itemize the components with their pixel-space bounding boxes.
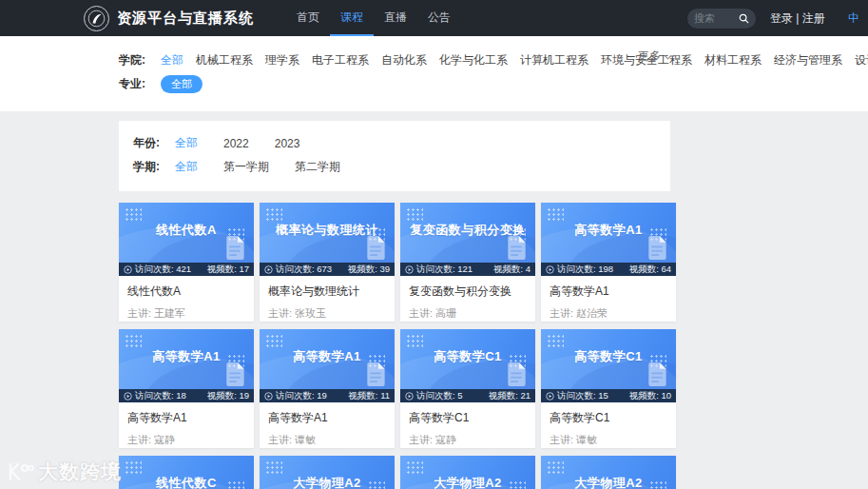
- course-info: 复变函数与积分变换 主讲: 高珊: [400, 276, 535, 321]
- course-statbar: 访问次数: 421 视频数: 17: [119, 263, 254, 276]
- topbar: 资源平台与直播系统 首页课程直播公告 登录 | 注册 中: [0, 0, 868, 36]
- visits-stat: 访问次数: 121: [416, 264, 473, 276]
- course-statbar: 访问次数: 121 视频数: 4: [400, 263, 535, 276]
- year-options: 全部20222023: [175, 135, 299, 151]
- filter-option[interactable]: 经济与管理系: [774, 52, 842, 68]
- course-name: 复变函数与积分变换: [409, 284, 527, 300]
- course-card[interactable]: 概率论与数理统计 访问次数: 673: [260, 203, 395, 322]
- filter-option[interactable]: 理学系: [265, 52, 299, 68]
- dots-decoration: [547, 334, 564, 347]
- course-teacher: 主讲: 张玫玉: [268, 306, 386, 321]
- filter-section: 学院: 全部机械工程系理学系电子工程系自动化系化学与化工系计算机工程系环境与安全…: [0, 36, 868, 111]
- nav-item[interactable]: 首页: [286, 0, 330, 36]
- filter-option[interactable]: 2023: [275, 137, 300, 150]
- course-grid: 线性代数A 访问次数: 421: [119, 203, 676, 489]
- course-info: 高等数学A1 主讲: 赵治荣: [541, 276, 676, 321]
- play-icon: [405, 392, 414, 401]
- course-banner: 复变函数与积分变换: [400, 203, 535, 263]
- course-info: 高等数学C1 主讲: 寇静: [400, 402, 535, 447]
- videos-stat: 视频数: 64: [629, 264, 671, 276]
- language-switch[interactable]: 中: [848, 10, 859, 27]
- course-banner-title: 概率论与数理统计: [260, 222, 395, 239]
- filter-option[interactable]: 第二学期: [295, 159, 340, 175]
- semester-options: 全部第一学期第二学期: [175, 159, 340, 175]
- filter-option[interactable]: 自动化系: [381, 52, 427, 68]
- course-card[interactable]: 大学物理A2: [400, 456, 535, 489]
- dots-decoration: [265, 334, 282, 347]
- filter-option[interactable]: 全部: [175, 159, 198, 175]
- course-banner: 高等数学A1: [541, 203, 676, 263]
- videos-stat: 视频数: 21: [489, 390, 530, 402]
- watermark-logo-icon: [6, 461, 34, 482]
- filter-option[interactable]: 电子工程系: [312, 52, 369, 68]
- course-banner: 高等数学A1: [119, 329, 254, 389]
- filter-option[interactable]: 设计艺术系: [855, 52, 868, 68]
- semester-filter-row: 学期: 全部第一学期第二学期: [133, 159, 670, 175]
- dots-decoration: [125, 207, 142, 221]
- course-teacher: 主讲: 寇静: [409, 433, 527, 447]
- year-filter-label: 年份:: [133, 135, 160, 151]
- filter-option[interactable]: 化学与化工系: [439, 52, 508, 68]
- dots-decoration: [547, 460, 564, 474]
- course-card[interactable]: 高等数学C1 访问次数: 5: [400, 329, 535, 448]
- more-button[interactable]: 更多: [638, 49, 672, 65]
- course-banner: 概率论与数理统计: [260, 203, 395, 263]
- filter-option[interactable]: 全部: [161, 52, 183, 68]
- login-register-link[interactable]: 登录 | 注册: [770, 10, 825, 27]
- course-name: 概率论与数理统计: [268, 284, 386, 300]
- course-banner: 高等数学C1: [541, 329, 676, 389]
- play-icon: [264, 265, 273, 274]
- course-statbar: 访问次数: 19 视频数: 11: [260, 389, 395, 402]
- filter-option[interactable]: 全部: [175, 135, 198, 151]
- course-banner: 大学物理A2: [400, 456, 535, 489]
- course-card[interactable]: 高等数学C1 访问次数: 15: [541, 329, 676, 448]
- filter-option[interactable]: 材料工程系: [704, 52, 762, 68]
- course-banner-title: 复变函数与积分变换: [400, 222, 535, 239]
- filter-option[interactable]: 全部: [161, 75, 203, 93]
- course-banner: 高等数学A1: [260, 329, 395, 389]
- course-card[interactable]: 大学物理A2: [541, 456, 676, 489]
- videos-stat: 视频数: 4: [493, 264, 530, 276]
- semester-filter-label: 学期:: [133, 159, 160, 175]
- watermark: 大数跨境: [6, 459, 122, 485]
- course-card[interactable]: 高等数学A1 访问次数: 198: [541, 203, 676, 322]
- course-banner-title: 高等数学A1: [541, 222, 676, 239]
- course-card[interactable]: 线性代数C: [119, 456, 254, 489]
- visits-stat: 访问次数: 198: [557, 264, 613, 276]
- filter-option[interactable]: 2022: [223, 137, 249, 150]
- dots-decoration: [406, 334, 423, 347]
- course-card[interactable]: 高等数学A1 访问次数: 18: [119, 329, 254, 448]
- major-filter-label: 专业:: [119, 76, 145, 92]
- visits-stat: 访问次数: 15: [557, 390, 608, 402]
- course-teacher: 主讲: 赵治荣: [550, 306, 667, 321]
- nav-item[interactable]: 直播: [374, 0, 417, 36]
- course-banner: 线性代数C: [119, 456, 254, 489]
- play-icon: [546, 392, 554, 401]
- search-input[interactable]: [694, 12, 739, 24]
- filter-option[interactable]: 第一学期: [223, 159, 269, 175]
- course-card[interactable]: 大学物理A2: [260, 456, 395, 489]
- filter-option[interactable]: 机械工程系: [196, 52, 253, 68]
- play-icon: [264, 392, 273, 401]
- nav-item[interactable]: 课程: [330, 0, 374, 36]
- college-filter-label: 学院:: [119, 52, 145, 68]
- course-statbar: 访问次数: 15 视频数: 10: [541, 389, 676, 402]
- play-icon: [405, 265, 414, 274]
- course-statbar: 访问次数: 18 视频数: 19: [119, 389, 254, 402]
- videos-stat: 视频数: 19: [207, 390, 249, 402]
- course-card[interactable]: 复变函数与积分变换 访问次数: 121: [400, 203, 535, 322]
- site-logo-icon: [84, 6, 109, 31]
- search-icon[interactable]: [739, 13, 749, 24]
- dots-decoration: [125, 334, 142, 347]
- course-banner-title: 大学物理A2: [260, 475, 395, 489]
- course-info: 高等数学A1 主讲: 谭敏: [260, 402, 395, 447]
- visits-stat: 访问次数: 18: [135, 390, 186, 402]
- search-box[interactable]: [687, 9, 756, 29]
- course-name: 高等数学A1: [268, 410, 386, 426]
- filter-option[interactable]: 计算机工程系: [520, 52, 588, 68]
- course-card[interactable]: 高等数学A1 访问次数: 19: [260, 329, 395, 448]
- course-card[interactable]: 线性代数A 访问次数: 421: [119, 203, 254, 322]
- course-teacher: 主讲: 寇静: [127, 433, 245, 447]
- play-icon: [546, 265, 554, 274]
- nav-item[interactable]: 公告: [417, 0, 461, 36]
